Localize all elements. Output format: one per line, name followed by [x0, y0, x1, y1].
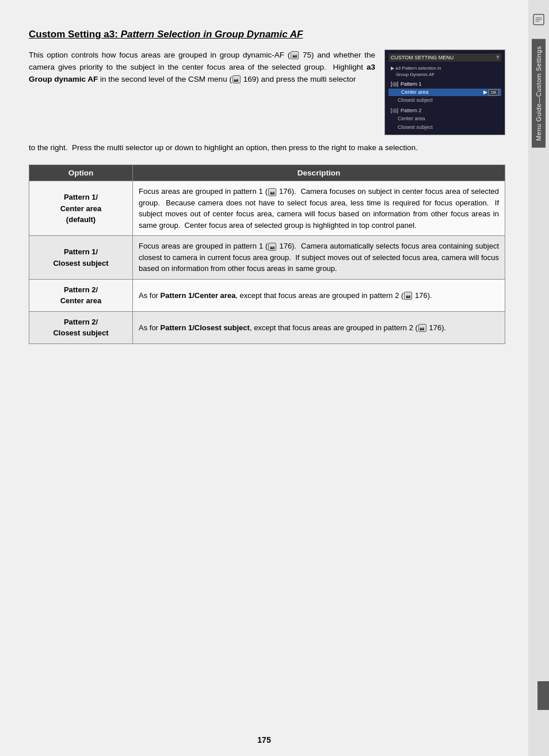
ref-icon-176b: 📷 [268, 243, 276, 251]
option-pattern2-center: Pattern 2/Center area [29, 279, 133, 311]
page-title: Custom Setting a3: Pattern Selection in … [29, 29, 303, 40]
desc-pattern2-closest: As for Pattern 1/Closest subject, except… [133, 311, 505, 343]
page-number: 175 [257, 735, 270, 744]
intro-section: This option controls how focus areas are… [29, 49, 505, 135]
table-row: Pattern 1/Closest subject Focus areas ar… [29, 236, 505, 280]
table-row: Pattern 2/Closest subject As for Pattern… [29, 311, 505, 343]
ref-icon-176a: 📷 [268, 188, 276, 196]
intro-text: This option controls how focus areas are… [29, 49, 375, 135]
page-wrapper: Custom Setting a3: Pattern Selection in … [0, 0, 549, 756]
bold-a3: a3 Group dynamic AF [29, 63, 375, 83]
option-pattern2-closest: Pattern 2/Closest subject [29, 311, 133, 343]
camera-menu-patterns: [◎] Pattern 1 Center area ▶ OK Closest s… [388, 80, 501, 131]
title-italic: Pattern Selection in Group Dynamic AF [121, 29, 303, 40]
settings-table: Option Description Pattern 1/Center area… [29, 165, 505, 344]
title-prefix: Custom Setting a3: [29, 29, 121, 40]
menu-guide-icon [531, 12, 547, 28]
main-content: Custom Setting a3: Pattern Selection in … [0, 0, 528, 756]
camera-menu-image: CUSTOM SETTING MENU ? ▶ a3 Pattern selec… [384, 49, 505, 135]
ref-icon-169: 📷 [232, 75, 241, 83]
continuation-text: to the right. Press the multi selector u… [29, 142, 505, 154]
title-section: Custom Setting a3: Pattern Selection in … [29, 29, 505, 40]
camera-menu-title: CUSTOM SETTING MENU ? [388, 54, 501, 62]
desc-pattern1-closest: Focus areas are grouped in pattern 1 (📷 … [133, 236, 505, 280]
sidebar-accent-block [537, 681, 549, 710]
sidebar-tab-label: Menu Guide—Custom Settings [532, 39, 546, 148]
desc-pattern2-center: As for Pattern 1/Center area, except tha… [133, 279, 505, 311]
desc-pattern1-center: Focus areas are grouped in pattern 1 (📷 … [133, 181, 505, 236]
ref-icon-176c: 📷 [404, 292, 412, 300]
ref-icon-75: 📷 [291, 51, 299, 59]
table-row: Pattern 1/Center area(default) Focus are… [29, 181, 505, 236]
col-header-description: Description [133, 165, 505, 181]
right-sidebar: Menu Guide—Custom Settings [528, 0, 549, 756]
option-pattern1-center: Pattern 1/Center area(default) [29, 181, 133, 236]
table-header-row: Option Description [29, 165, 505, 181]
camera-menu-center-area-selected: Center area ▶ OK [388, 89, 501, 96]
table-row: Pattern 2/Center area As for Pattern 1/C… [29, 279, 505, 311]
ref-icon-176d: 📷 [418, 324, 426, 332]
camera-menu-a3: ▶ a3 Pattern selection in Group Dynamic … [388, 64, 501, 79]
col-header-option: Option [29, 165, 133, 181]
option-pattern1-closest: Pattern 1/Closest subject [29, 236, 133, 280]
